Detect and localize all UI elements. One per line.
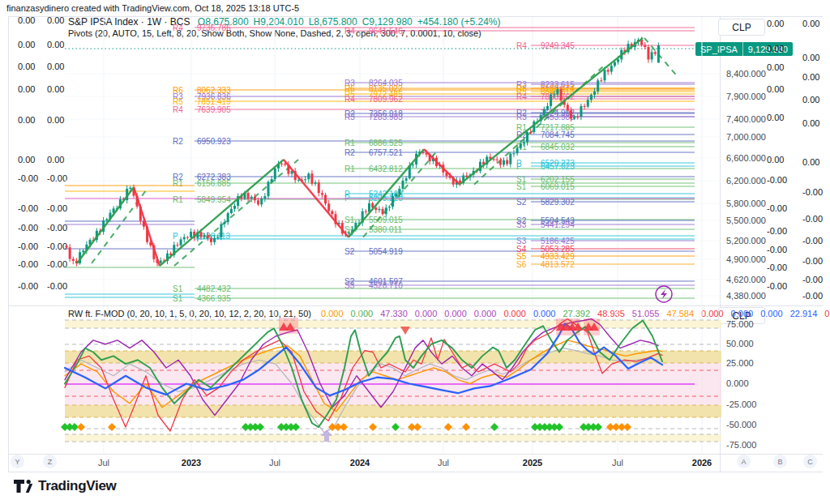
candle[interactable] bbox=[324, 194, 327, 203]
candle[interactable] bbox=[610, 66, 613, 71]
candle[interactable] bbox=[230, 209, 233, 213]
candle[interactable] bbox=[284, 164, 286, 164]
candle[interactable] bbox=[546, 106, 549, 109]
candle[interactable] bbox=[180, 239, 182, 245]
candle[interactable] bbox=[297, 180, 300, 181]
candle[interactable] bbox=[365, 211, 367, 212]
candle[interactable] bbox=[267, 182, 270, 196]
candle[interactable] bbox=[493, 159, 495, 160]
candle[interactable] bbox=[590, 95, 593, 100]
candle[interactable] bbox=[374, 207, 377, 210]
candle[interactable] bbox=[607, 70, 610, 71]
candle[interactable] bbox=[509, 154, 511, 164]
candle[interactable] bbox=[263, 196, 266, 199]
zigzag-dashed[interactable] bbox=[174, 160, 298, 266]
candle[interactable] bbox=[82, 250, 84, 252]
candle[interactable] bbox=[327, 203, 330, 211]
candle[interactable] bbox=[647, 47, 649, 59]
candle[interactable] bbox=[207, 235, 209, 237]
candle[interactable] bbox=[254, 197, 256, 200]
candle[interactable] bbox=[587, 100, 589, 106]
tradingview-logo[interactable]: TradingView bbox=[13, 478, 117, 494]
candle[interactable] bbox=[604, 70, 606, 80]
candle[interactable] bbox=[597, 80, 599, 92]
candle[interactable] bbox=[567, 105, 569, 110]
candle[interactable] bbox=[516, 148, 519, 154]
candle[interactable] bbox=[614, 62, 616, 66]
candle[interactable] bbox=[304, 179, 306, 180]
candle[interactable] bbox=[391, 196, 394, 207]
candle[interactable] bbox=[520, 143, 522, 148]
candle[interactable] bbox=[580, 106, 582, 117]
candle[interactable] bbox=[529, 132, 532, 133]
candle[interactable] bbox=[402, 181, 404, 189]
candle[interactable] bbox=[257, 200, 259, 204]
candle[interactable] bbox=[233, 206, 236, 209]
candle[interactable] bbox=[331, 211, 333, 215]
candle[interactable] bbox=[224, 222, 226, 224]
zigzag-line[interactable] bbox=[134, 187, 160, 266]
candle[interactable] bbox=[617, 59, 619, 62]
candle[interactable] bbox=[550, 95, 552, 106]
candle[interactable] bbox=[496, 160, 498, 160]
candle[interactable] bbox=[644, 45, 646, 47]
candle[interactable] bbox=[105, 220, 108, 221]
candle[interactable] bbox=[66, 246, 68, 247]
candle[interactable] bbox=[307, 173, 310, 179]
candle[interactable] bbox=[526, 132, 528, 143]
candle[interactable] bbox=[200, 232, 203, 237]
candle[interactable] bbox=[186, 237, 189, 238]
candle[interactable] bbox=[190, 232, 192, 237]
candle[interactable] bbox=[543, 109, 545, 115]
candle[interactable] bbox=[499, 160, 502, 165]
candle[interactable] bbox=[556, 89, 558, 94]
candle[interactable] bbox=[512, 153, 515, 154]
candle[interactable] bbox=[271, 179, 273, 182]
candle[interactable] bbox=[378, 209, 380, 210]
candle[interactable] bbox=[129, 188, 131, 189]
zigzag-line[interactable] bbox=[424, 149, 460, 184]
candle[interactable] bbox=[280, 164, 283, 164]
candle[interactable] bbox=[183, 237, 186, 240]
candle[interactable] bbox=[213, 238, 216, 242]
candle[interactable] bbox=[69, 247, 71, 258]
candle[interactable] bbox=[247, 193, 250, 199]
candle[interactable] bbox=[348, 233, 350, 233]
candle[interactable] bbox=[405, 178, 408, 181]
candle[interactable] bbox=[560, 89, 563, 100]
candle[interactable] bbox=[310, 173, 313, 184]
candle[interactable] bbox=[220, 224, 222, 237]
candle[interactable] bbox=[160, 261, 162, 263]
candle[interactable] bbox=[584, 106, 586, 107]
candle[interactable] bbox=[506, 160, 508, 164]
candle[interactable] bbox=[176, 245, 178, 246]
candle[interactable] bbox=[203, 235, 206, 237]
candle[interactable] bbox=[576, 117, 579, 117]
candle[interactable] bbox=[382, 209, 384, 214]
candle[interactable] bbox=[314, 182, 317, 184]
candle[interactable] bbox=[570, 110, 572, 118]
candle[interactable] bbox=[385, 207, 387, 214]
candle[interactable] bbox=[573, 117, 575, 118]
candle[interactable] bbox=[593, 92, 596, 95]
candle[interactable] bbox=[651, 52, 653, 59]
candle[interactable] bbox=[318, 182, 320, 193]
candle[interactable] bbox=[250, 197, 253, 199]
candle[interactable] bbox=[321, 193, 323, 194]
candle[interactable] bbox=[388, 207, 391, 207]
candle[interactable] bbox=[210, 238, 212, 242]
candle[interactable] bbox=[523, 143, 525, 144]
candle[interactable] bbox=[398, 189, 400, 194]
candle[interactable] bbox=[657, 45, 660, 62]
candle[interactable] bbox=[274, 169, 276, 179]
candle[interactable] bbox=[395, 194, 397, 196]
candle[interactable] bbox=[260, 199, 263, 204]
candle[interactable] bbox=[600, 80, 602, 81]
chart-canvas[interactable]: R49736.786R68062.333R37936.836R57851.419… bbox=[0, 0, 830, 504]
candle[interactable] bbox=[216, 237, 219, 238]
candle[interactable] bbox=[72, 259, 75, 261]
candle[interactable] bbox=[227, 213, 229, 222]
candle[interactable] bbox=[412, 164, 414, 165]
candle[interactable] bbox=[503, 160, 505, 165]
candle[interactable] bbox=[553, 94, 555, 95]
